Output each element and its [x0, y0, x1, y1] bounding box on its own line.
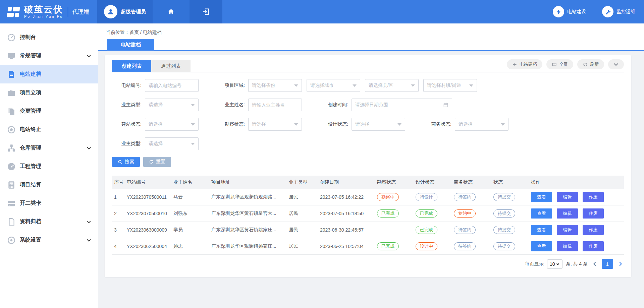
cell-4: 居民	[289, 243, 320, 249]
station-no-input[interactable]	[145, 79, 199, 92]
cell-7: 设计中	[416, 242, 454, 250]
exit-icon	[202, 8, 210, 16]
toolbar-button-more[interactable]	[608, 59, 624, 69]
sidebar-item-10[interactable]: 资料归档	[0, 212, 98, 231]
calculator-icon	[7, 181, 16, 189]
per-page-select[interactable]: 10	[547, 259, 562, 269]
sidebar-item-label: 常规管理	[20, 52, 41, 59]
brand: 破茧云伏 Po Jian Yun Fu 代理端	[0, 0, 97, 23]
logout-button[interactable]	[190, 0, 222, 23]
owner-name-input-field[interactable]	[252, 102, 298, 108]
table-row-4: 4YX2023062500004姚忠广东深圳龙华区观澜镇姚家庄...居民2023…	[112, 238, 624, 255]
toolbar-button-电站建档[interactable]: 电站建档	[507, 59, 542, 69]
survey-status-select[interactable]: 请选择	[248, 118, 302, 131]
cell-0: 2	[112, 211, 127, 216]
chevron-down-icon	[87, 146, 91, 150]
brand-separator	[68, 7, 68, 17]
prev-page-button[interactable]	[591, 259, 598, 269]
toolbar-button-刷新[interactable]: 刷新	[577, 59, 604, 69]
edit-button[interactable]: 编辑	[557, 241, 578, 251]
chevron-down-icon	[556, 262, 559, 266]
owner-type-2-select[interactable]: 请选择	[145, 137, 199, 150]
home-icon	[167, 8, 175, 15]
build-status-select[interactable]: 请选择	[145, 118, 199, 131]
sidebar-item-label: 变更管理	[20, 108, 41, 115]
breadcrumb-path[interactable]: 首页 / 电站建档	[129, 29, 162, 35]
cell-5: 2023-06-30 22:45:57	[320, 227, 377, 233]
sidebar-item-4[interactable]: 变更管理	[0, 102, 98, 120]
sidebar-item-7[interactable]: 工程管理	[0, 157, 98, 176]
sidebar-item-label: 电站建档	[20, 71, 41, 78]
void-button[interactable]: 作废	[583, 241, 604, 251]
void-button[interactable]: 作废	[583, 208, 604, 219]
sidebar-item-11[interactable]: 系统设置	[0, 231, 98, 249]
caret-down-icon	[397, 123, 401, 126]
sidebar-item-8[interactable]: 项目结算	[0, 176, 98, 194]
cell-3: 广东深圳龙华区黄石镇姚家庄...	[211, 227, 289, 233]
sidebar-item-5[interactable]: 电站终止	[0, 120, 98, 139]
status-badge: 待提交	[493, 242, 515, 250]
filter-row-2: 建站状态:请选择勘察状态:请选择设计状态:请选择商务状态:请选择	[112, 118, 624, 131]
caret-down-icon	[191, 143, 195, 145]
owner-type-select[interactable]: 请选择	[145, 99, 199, 111]
owner-name-input[interactable]	[248, 99, 302, 111]
caret-down-icon	[191, 104, 195, 106]
quick-link-monitor-ops[interactable]: 监控运维	[602, 6, 635, 17]
tab-create-list[interactable]: 创建列表	[112, 60, 151, 72]
sidebar-item-9[interactable]: 开二类卡	[0, 194, 98, 212]
tab-passed-list[interactable]: 通过列表	[151, 60, 191, 72]
sidebar-item-6[interactable]: 仓库管理	[0, 139, 98, 157]
brand-title: 破茧云伏	[24, 5, 63, 14]
design-status-select[interactable]: 请选择	[352, 118, 405, 131]
column-header-7: 设计状态	[416, 179, 454, 185]
caret-down-icon	[294, 123, 298, 126]
user-menu[interactable]: 超级管理员	[97, 0, 153, 23]
quick-link-label: 监控运维	[616, 9, 635, 15]
page-number-1[interactable]: 1	[602, 259, 613, 269]
card-toolbar: 电站建档全屏刷新	[507, 59, 624, 72]
search-button[interactable]: 搜索	[112, 157, 140, 167]
page-tab-station-archive[interactable]: 电站建档	[107, 39, 154, 50]
view-button[interactable]: 查看	[531, 208, 552, 219]
sidebar-item-label: 电站终止	[20, 126, 41, 133]
document-icon	[7, 70, 16, 79]
edit-button[interactable]: 编辑	[557, 192, 578, 202]
create-time-input[interactable]: 请选择日期范围	[352, 99, 452, 111]
table-row-1: 1YX2023070500011马云广东深圳龙华区观澜镇观湖路...居民2023…	[112, 189, 624, 205]
home-button[interactable]	[153, 0, 190, 23]
reset-button[interactable]: 重置	[143, 157, 171, 167]
next-page-button[interactable]	[616, 259, 624, 269]
sidebar-item-label: 项目结算	[20, 181, 41, 188]
status-badge: 已完成	[377, 209, 399, 218]
city-select[interactable]: 请选择城市	[307, 79, 360, 92]
sidebar-item-1[interactable]: 常规管理	[0, 47, 98, 65]
county-select[interactable]: 请选择县/区	[365, 79, 419, 92]
briefcase-icon	[7, 88, 16, 97]
void-button[interactable]: 作废	[583, 192, 604, 202]
view-button[interactable]: 查看	[531, 192, 552, 202]
view-button[interactable]: 查看	[531, 225, 552, 235]
chevron-down-icon	[87, 54, 91, 58]
cell-7: 待设计	[416, 193, 454, 201]
edit-button[interactable]: 编辑	[557, 208, 578, 219]
toolbar-button-全屏[interactable]: 全屏	[546, 59, 573, 69]
monitor-icon	[7, 52, 16, 60]
edit-button[interactable]: 编辑	[557, 225, 578, 235]
station-no-input-field[interactable]	[149, 83, 195, 88]
village-select[interactable]: 请选择村镇/街道	[423, 79, 477, 92]
station-archive-card: 创建列表通过列表 电站建档全屏刷新 电站编号:项目区域:请选择省份请选择城市请选…	[105, 55, 631, 277]
field-label: 业主类型:	[112, 141, 142, 147]
sidebar-item-2[interactable]: 电站建档	[0, 65, 98, 83]
business-status-select[interactable]: 请选择	[455, 118, 508, 131]
province-select[interactable]: 请选择省份	[248, 79, 302, 92]
cell-5: 2023-07-05 16:18:50	[320, 211, 377, 216]
view-button[interactable]: 查看	[531, 241, 552, 251]
chevron-down-icon	[613, 62, 619, 67]
sidebar-item-0[interactable]: 控制台	[0, 28, 98, 47]
caret-down-icon	[191, 123, 195, 126]
cell-5: 2023-07-05 16:42:22	[320, 194, 377, 200]
sidebar-item-3[interactable]: 项目立项	[0, 83, 98, 102]
void-button[interactable]: 作废	[583, 225, 604, 235]
quick-link-station-build[interactable]: 电站建设	[553, 6, 586, 17]
search-icon	[118, 160, 122, 164]
